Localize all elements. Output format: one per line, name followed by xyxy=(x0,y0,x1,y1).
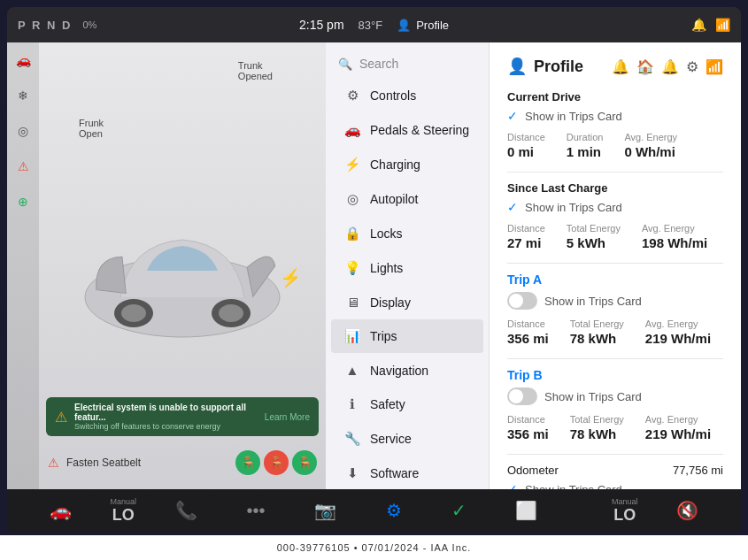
divider-1 xyxy=(507,172,723,173)
software-icon: ⬇ xyxy=(343,465,361,481)
bluetooth-profile-icon[interactable]: ⚙ xyxy=(686,58,698,75)
since-last-charge-check-icon: ✓ xyxy=(507,200,518,214)
seatbelt-bar: ⚠ Fasten Seatbelt 🪑 🪑 🪑 xyxy=(39,445,326,480)
taskbar-dots-icon[interactable]: ••• xyxy=(235,497,275,525)
time-display: 2:15 pm xyxy=(299,18,344,32)
taskbar-phone-icon[interactable]: 📞 xyxy=(165,496,208,525)
taskbar-volume-label: Manual xyxy=(612,497,638,506)
sidebar-icon-location[interactable]: ◎ xyxy=(12,120,34,142)
sidebar-icon-car[interactable]: 🚗 xyxy=(12,50,34,71)
profile-panel: 👤 Profile 🔔 🏠 🔔 ⚙ 📶 Current Drive ✓ xyxy=(490,42,741,489)
trip-a-stat-1: Total Energy 78 kWh xyxy=(570,318,624,346)
taskbar-lo-label: LO xyxy=(112,506,135,525)
watermark-text: 000-39776105 • 07/01/2024 - IAA Inc. xyxy=(277,542,472,553)
profile-title-row: 👤 Profile 🔔 🏠 🔔 ⚙ 📶 xyxy=(507,57,723,76)
svg-text:⚡: ⚡ xyxy=(280,267,297,288)
sidebar-icon-alert[interactable]: ⚠ xyxy=(12,156,34,177)
menu-item-pedals[interactable]: 🚗 Pedals & Steering xyxy=(331,113,483,147)
trip-b-toggle[interactable] xyxy=(507,387,537,405)
taskbar-camera-icon[interactable]: 📷 xyxy=(304,496,347,525)
trip-a-toggle-knob xyxy=(509,294,523,308)
taskbar-square-icon[interactable]: ⬜ xyxy=(505,496,548,525)
seat-icon-3[interactable]: 🪑 xyxy=(292,450,317,475)
trip-a-show-trips-label: Show in Trips Card xyxy=(544,295,642,308)
home-profile-icon[interactable]: 🏠 xyxy=(636,58,654,75)
divider-4 xyxy=(507,454,723,455)
svg-point-4 xyxy=(219,304,243,322)
controls-icon: ⚙ xyxy=(343,88,361,104)
taskbar-volume-display: Manual LO xyxy=(612,497,638,525)
autopilot-icon: ◎ xyxy=(343,191,361,207)
controls-label: Controls xyxy=(370,88,416,103)
taskbar-check-icon[interactable]: ✓ xyxy=(441,496,477,525)
search-placeholder: Search xyxy=(359,57,398,71)
notification-text: Electrical system is unable to support a… xyxy=(74,403,258,431)
menu-item-navigation[interactable]: ▲ Navigation xyxy=(331,354,483,387)
since-charge-stat-2: Avg. Energy 198 Wh/mi xyxy=(642,223,707,250)
since-last-charge-show-trips-label: Show in Trips Card xyxy=(525,201,622,214)
charging-icon: ⚡ xyxy=(343,157,361,173)
seatbelt-label: Fasten Seatbelt xyxy=(66,456,141,469)
current-drive-show-trips: ✓ Show in Trips Card xyxy=(507,109,723,123)
menu-item-charging[interactable]: ⚡ Charging xyxy=(331,148,483,181)
trip-a-toggle[interactable] xyxy=(507,292,537,310)
locks-label: Locks xyxy=(370,226,403,241)
menu-list: 🔍 Search ⚙ Controls 🚗 Pedals & Steering … xyxy=(326,42,490,489)
bell-profile-icon[interactable]: 🔔 xyxy=(661,58,679,75)
since-charge-stat-0: Distance 27 mi xyxy=(507,223,545,250)
svg-point-2 xyxy=(121,304,146,322)
trip-b-stat-0: Distance 356 mi xyxy=(507,414,549,441)
car-display: 🚗 ❄ ◎ ⚠ ⊕ Trunk Opened Frunk Open xyxy=(7,42,326,489)
watermark-bar: 000-39776105 • 07/01/2024 - IAA Inc. xyxy=(0,535,748,560)
menu-item-display[interactable]: 🖥 Display xyxy=(331,286,483,318)
current-drive-title: Current Drive xyxy=(507,90,723,104)
current-drive-stat-1: Duration 1 min xyxy=(567,132,604,159)
pedals-icon: 🚗 xyxy=(343,122,361,138)
trip-b-toggle-row: Show in Trips Card xyxy=(507,387,723,405)
current-drive-check-icon: ✓ xyxy=(507,109,518,123)
alarm-icon[interactable]: 🔔 xyxy=(691,18,706,32)
odometer-check-icon: ✓ xyxy=(507,482,518,489)
autopilot-label: Autopilot xyxy=(370,192,418,206)
left-sidebar: 🚗 ❄ ◎ ⚠ ⊕ xyxy=(7,42,39,489)
taskbar-bluetooth-icon[interactable]: ⚙ xyxy=(375,496,413,525)
pedals-label: Pedals & Steering xyxy=(370,123,469,137)
menu-item-locks[interactable]: 🔒 Locks xyxy=(331,217,483,250)
navigation-icon: ▲ xyxy=(343,363,361,378)
notification-bar: ⚠ Electrical system is unable to support… xyxy=(46,397,319,436)
profile-header-button[interactable]: 👤 Profile xyxy=(397,19,449,32)
taskbar-mute-icon[interactable]: 🔇 xyxy=(666,496,709,525)
menu-item-safety[interactable]: ℹ Safety xyxy=(331,387,483,421)
menu-item-service[interactable]: 🔧 Service xyxy=(331,422,483,456)
taskbar-gear-display[interactable]: Manual LO xyxy=(111,497,137,525)
display-icon: 🖥 xyxy=(343,295,361,310)
search-row[interactable]: 🔍 Search xyxy=(326,50,489,78)
alarm-profile-icon[interactable]: 🔔 xyxy=(612,58,629,75)
main-screen: P R N D 0% 2:15 pm 83°F 👤 Profile 🔔 📶 🚗 … xyxy=(7,7,741,532)
sidebar-icon-charge[interactable]: ⊕ xyxy=(12,191,34,212)
learn-more-button[interactable]: Learn More xyxy=(265,412,310,422)
status-center: 2:15 pm 83°F 👤 Profile xyxy=(299,18,449,32)
car-svg: ⚡ xyxy=(67,182,297,350)
seat-icon-1[interactable]: 🪑 xyxy=(235,450,260,475)
trips-icon: 📊 xyxy=(343,328,361,344)
taskbar-car-icon[interactable]: 🚗 xyxy=(39,496,82,525)
trip-b-title: Trip B xyxy=(507,368,723,382)
trip-b-toggle-knob xyxy=(509,389,523,403)
trip-a-toggle-row: Show in Trips Card xyxy=(507,292,723,310)
menu-item-autopilot[interactable]: ◎ Autopilot xyxy=(331,182,483,216)
since-last-charge-show-trips: ✓ Show in Trips Card xyxy=(507,200,723,214)
menu-item-lights[interactable]: 💡 Lights xyxy=(331,251,483,285)
seat-icon-2[interactable]: 🪑 xyxy=(264,450,289,475)
menu-item-controls[interactable]: ⚙ Controls xyxy=(331,79,483,112)
divider-2 xyxy=(507,263,723,264)
menu-item-software[interactable]: ⬇ Software xyxy=(331,456,483,489)
odometer-value: 77,756 mi xyxy=(673,464,723,477)
taskbar-manual-label: Manual xyxy=(111,497,137,506)
trip-b-show-trips-label: Show in Trips Card xyxy=(544,390,642,403)
sidebar-icon-climate[interactable]: ❄ xyxy=(12,85,34,106)
taskbar: 🚗 Manual LO 📞 ••• 📷 ⚙ ✓ ⬜ Manual LO 🔇 xyxy=(7,489,741,532)
odometer-label: Odometer xyxy=(507,464,559,477)
menu-item-trips[interactable]: 📊 Trips xyxy=(331,319,483,353)
since-last-charge-title: Since Last Charge xyxy=(507,181,723,195)
